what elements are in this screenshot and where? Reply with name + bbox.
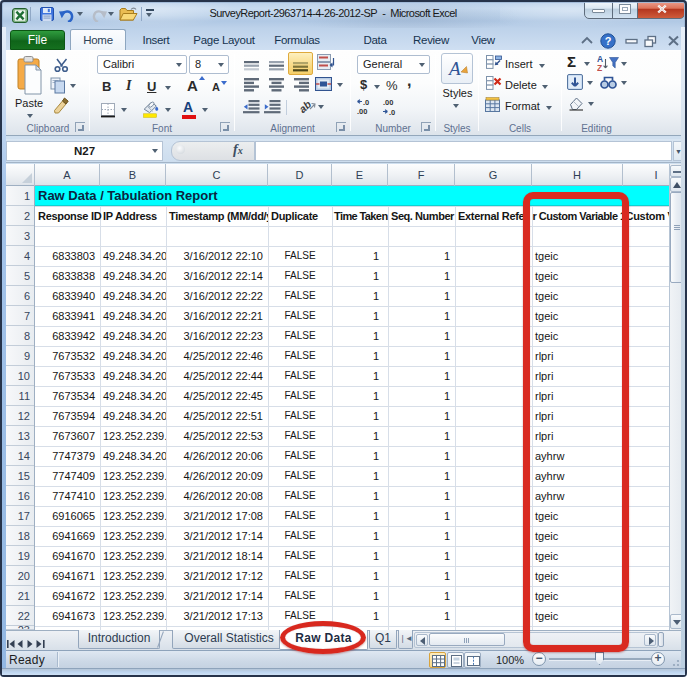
svg-text:A: A	[447, 58, 461, 79]
svg-text:.00: .00	[357, 107, 367, 116]
svg-text:.00: .00	[383, 98, 393, 107]
svg-text:?: ?	[605, 35, 612, 47]
svg-text:.0: .0	[389, 108, 395, 117]
svg-text:Z: Z	[597, 63, 602, 72]
svg-text:ab: ab	[297, 97, 314, 115]
svg-text:.0: .0	[363, 98, 369, 107]
